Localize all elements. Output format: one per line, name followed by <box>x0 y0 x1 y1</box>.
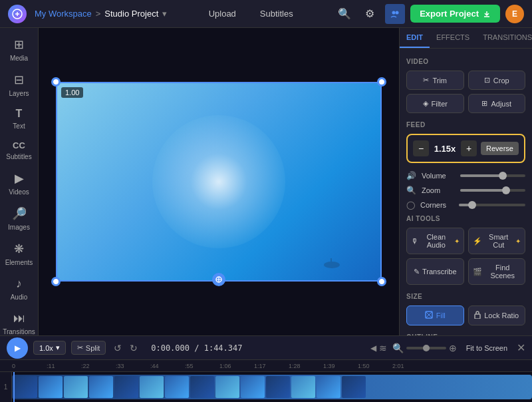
timecode-display: 0:00.000 / 1:44.347 <box>151 343 242 353</box>
video-clip[interactable] <box>12 375 532 399</box>
sidebar-item-label: Layers <box>9 90 29 97</box>
sidebar-item-subtitles[interactable]: CC Subtitles <box>3 136 36 164</box>
ruler-mark-0: 0 <box>12 363 47 369</box>
play-button[interactable]: ▶ <box>7 337 28 359</box>
speed-section: − 1.15x + Reverse <box>406 134 525 163</box>
tab-edit[interactable]: EDIT <box>400 28 430 48</box>
ruler-mark-3: :33 <box>116 363 150 369</box>
speed-selector[interactable]: 1.0x ▾ <box>33 341 66 355</box>
sidebar-item-images[interactable]: 🔎 Images <box>3 202 36 235</box>
corners-icon: ◯ <box>406 200 415 210</box>
close-timeline-button[interactable]: ✕ <box>517 341 525 354</box>
zoom-slider[interactable] <box>406 347 446 349</box>
user-avatar: E <box>505 5 524 23</box>
thumb-frame-5 <box>114 376 138 398</box>
adjust-button[interactable]: ⊞ Adjust <box>468 94 526 113</box>
split-button[interactable]: ✂ Split <box>71 341 106 355</box>
breadcrumb-separator: > <box>96 9 101 19</box>
clean-audio-button[interactable]: 🎙 Clean Audio ✦ <box>406 228 464 254</box>
smart-cut-button[interactable]: ⚡ Smart Cut ✦ <box>468 228 526 254</box>
handle-bottom-left[interactable] <box>51 277 61 286</box>
search-icon-button[interactable]: 🔍 <box>334 4 354 24</box>
reverse-toggle[interactable]: Reverse <box>481 142 519 155</box>
sidebar-item-audio[interactable]: ♪ Audio <box>3 273 36 305</box>
waveform-icon: ≋ <box>379 343 387 353</box>
ruler-mark-9: 1:39 <box>323 363 358 369</box>
breadcrumb: My Workspace > Studio Project ▾ <box>35 9 167 19</box>
panel-content: VIDEO ✂ Trim ⊡ Crop ◈ Filter ⊞ Adjust <box>400 49 532 335</box>
thumb-frame-11 <box>266 376 290 398</box>
sidebar-item-elements[interactable]: ❋ Elements <box>3 238 36 270</box>
fill-button[interactable]: Fill <box>406 305 464 325</box>
upload-button[interactable]: Upload <box>203 6 241 21</box>
transcribe-button[interactable]: ✎ Transcribe <box>406 258 464 285</box>
subtitles-button[interactable]: Subtitles <box>255 6 299 21</box>
sidebar-item-media[interactable]: ⊞ Media <box>3 33 36 66</box>
timeline-track-area[interactable]: 1 <box>0 372 532 402</box>
undo-button[interactable]: ↺ <box>111 341 124 355</box>
thumb-frame-9 <box>215 376 239 398</box>
topbar: My Workspace > Studio Project ▾ Upload S… <box>0 0 532 28</box>
handle-bottom-right[interactable] <box>377 277 386 286</box>
track-content[interactable] <box>12 372 532 402</box>
sidebar-item-label: Videos <box>9 188 29 196</box>
handle-top-right[interactable] <box>377 77 386 87</box>
timestamp-badge: 1.00 <box>61 87 83 98</box>
volume-slider[interactable] <box>460 174 525 177</box>
volume-label: Volume <box>422 172 455 180</box>
sidebar-item-label: Elements <box>5 259 33 266</box>
ruler-mark-10: 1:50 <box>358 363 392 369</box>
sidebar-item-label: Subtitles <box>6 153 31 160</box>
thumb-frame-7 <box>165 376 189 398</box>
fill-icon <box>425 311 433 320</box>
zoom-in-button[interactable]: ⊕ <box>449 343 457 353</box>
trim-icon: ✂ <box>423 76 429 85</box>
canvas-area[interactable]: 1.00 <box>39 28 399 335</box>
thumb-frame-2 <box>39 376 63 398</box>
zoom-out-button[interactable]: 🔍 <box>392 343 404 353</box>
speed-decrease-button[interactable]: − <box>413 140 429 156</box>
topbar-right: 🔍 ⚙ Export Project E <box>334 4 524 24</box>
trim-button[interactable]: ✂ Trim <box>406 71 464 90</box>
ruler-mark-7: 1:17 <box>254 363 289 369</box>
ruler-mark-6: 1:06 <box>219 363 254 369</box>
zoom-slider[interactable] <box>460 189 525 192</box>
svg-rect-4 <box>331 258 332 265</box>
project-chevron[interactable]: ▾ <box>162 9 167 19</box>
handle-bottom-center[interactable] <box>212 273 225 286</box>
tab-effects[interactable]: EFFECTS <box>430 28 476 48</box>
crop-button[interactable]: ⊡ Crop <box>468 71 526 90</box>
speed-increase-button[interactable]: + <box>461 140 477 156</box>
sidebar-item-label: Text <box>13 122 25 130</box>
videos-icon: ▶ <box>15 171 24 186</box>
panel-tabs: EDIT EFFECTS TRANSITIONS TIMING <box>400 28 532 49</box>
workspace-link[interactable]: My Workspace <box>35 9 92 19</box>
sidebar-item-text[interactable]: T Text <box>3 104 36 134</box>
ai-tools-label: AI TOOLS <box>406 215 525 222</box>
fit-screen-button[interactable]: Fit to Screen <box>462 342 511 354</box>
volume-left-icon: ◀ <box>370 343 376 353</box>
sidebar-item-videos[interactable]: ▶ Videos <box>3 167 36 200</box>
collaborate-button[interactable] <box>385 4 405 24</box>
tab-transitions[interactable]: TRANSITIONS <box>476 28 532 48</box>
filter-icon: ◈ <box>423 99 428 108</box>
layers-icon: ⊟ <box>14 73 24 87</box>
thumb-frame-4 <box>89 376 113 398</box>
clean-audio-sparkle: ✦ <box>454 238 460 245</box>
filter-button[interactable]: ◈ Filter <box>406 94 464 113</box>
speed-value: 1.15x <box>433 144 457 154</box>
settings-icon-button[interactable]: ⚙ <box>360 4 380 24</box>
video-buttons-grid: ✂ Trim ⊡ Crop ◈ Filter ⊞ Adjust <box>406 71 525 113</box>
split-icon: ✂ <box>77 343 83 352</box>
corners-slider[interactable] <box>459 204 525 206</box>
sidebar-item-transitions[interactable]: ⏭ Transitions <box>3 307 36 335</box>
redo-button[interactable]: ↻ <box>127 341 140 355</box>
ai-tools-grid: 🎙 Clean Audio ✦ ⚡ Smart Cut ✦ ✎ Transcri… <box>406 228 525 285</box>
find-scenes-button[interactable]: 🎬 Find Scenes <box>468 258 526 285</box>
playhead[interactable] <box>13 372 15 402</box>
thumb-frame-8 <box>190 376 214 398</box>
export-button[interactable]: Export Project <box>410 5 500 23</box>
lock-ratio-button[interactable]: Lock Ratio <box>468 305 526 325</box>
handle-top-left[interactable] <box>51 77 61 87</box>
sidebar-item-layers[interactable]: ⊟ Layers <box>3 69 36 101</box>
